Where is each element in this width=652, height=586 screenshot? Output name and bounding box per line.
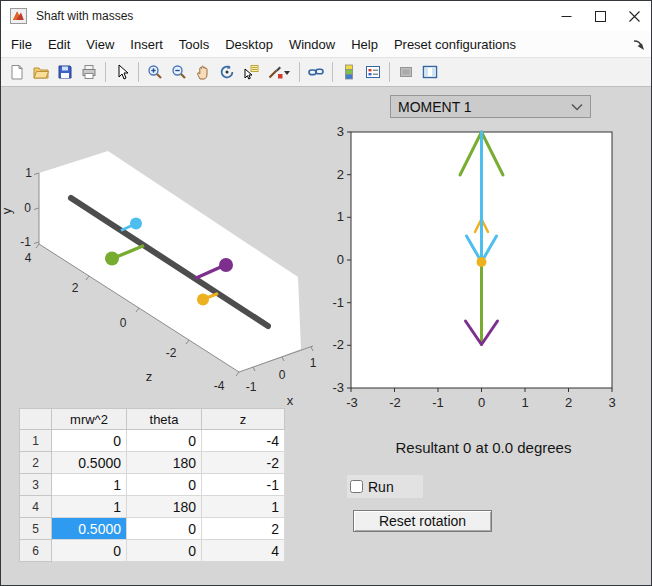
hide-plot-tools-icon xyxy=(398,64,414,80)
cell-mrw2-selected[interactable]: 0.5000 xyxy=(52,518,127,540)
y-tick-label: 1 xyxy=(25,166,32,180)
insert-legend-button[interactable] xyxy=(361,60,385,84)
run-checkbox[interactable] xyxy=(350,480,363,493)
shaft-3d-plot[interactable]: 1 0 -1 y 4 2 0 -2 -4 z -1 0 1 x xyxy=(1,121,341,421)
menu-desktop[interactable]: Desktop xyxy=(217,33,281,56)
z-tick-label: -4 xyxy=(214,379,225,393)
open-file-button[interactable] xyxy=(29,60,53,84)
preset-dropdown-value: MOMENT 1 xyxy=(398,99,472,115)
hide-plot-tools-button[interactable] xyxy=(394,60,418,84)
legend-icon xyxy=(365,64,381,80)
save-figure-icon xyxy=(57,64,73,80)
menu-window[interactable]: Window xyxy=(281,33,343,56)
insert-colorbar-button[interactable] xyxy=(337,60,361,84)
menu-tools[interactable]: Tools xyxy=(171,33,217,56)
new-figure-icon xyxy=(9,64,25,80)
zoom-in-icon xyxy=(147,64,163,80)
pan-button[interactable] xyxy=(191,60,215,84)
new-figure-button[interactable] xyxy=(5,60,29,84)
row-number: 4 xyxy=(20,496,52,518)
zoom-out-button[interactable] xyxy=(167,60,191,84)
y-tick-label: 3 xyxy=(337,124,344,139)
table-row: 1 0 0 -4 xyxy=(20,430,285,452)
cell-z[interactable]: -4 xyxy=(202,430,285,452)
cell-z[interactable]: 4 xyxy=(202,540,285,562)
save-figure-button[interactable] xyxy=(53,60,77,84)
data-cursor-button[interactable] xyxy=(239,60,263,84)
data-cursor-icon xyxy=(243,64,259,80)
close-button[interactable] xyxy=(617,1,651,31)
minimize-button[interactable] xyxy=(549,1,583,31)
print-button[interactable] xyxy=(77,60,101,84)
link-plot-button[interactable] xyxy=(304,60,328,84)
menu-help[interactable]: Help xyxy=(343,33,386,56)
z-tick-label: 4 xyxy=(25,251,32,265)
cell-theta[interactable]: 0 xyxy=(127,518,202,540)
window-title: Shaft with masses xyxy=(36,9,133,23)
table-row: 2 0.5000 180 -2 xyxy=(20,452,285,474)
column-header-mrw2[interactable]: mrw^2 xyxy=(52,409,127,430)
print-icon xyxy=(81,64,97,80)
x-tick-label: -2 xyxy=(389,395,401,410)
cell-theta[interactable]: 0 xyxy=(127,540,202,562)
column-header-z[interactable]: z xyxy=(202,409,285,430)
preset-dropdown[interactable]: MOMENT 1 xyxy=(390,95,591,118)
resultant-text: Resultant 0 at 0.0 degrees xyxy=(351,439,616,456)
x-tick-label: 1 xyxy=(521,395,528,410)
x-tick-label: -1 xyxy=(432,395,444,410)
cell-z[interactable]: -2 xyxy=(202,452,285,474)
brush-data-button[interactable] xyxy=(263,60,295,84)
toolbar-separator xyxy=(389,62,390,82)
y-ticks xyxy=(347,132,351,388)
run-checkbox-label: Run xyxy=(368,479,394,495)
cell-z[interactable]: 2 xyxy=(202,518,285,540)
y-tick-label: 0 xyxy=(24,201,31,215)
cell-theta[interactable]: 180 xyxy=(127,496,202,518)
cell-theta[interactable]: 0 xyxy=(127,430,202,452)
table-header-row: mrw^2 theta z xyxy=(20,409,285,430)
show-plot-tools-button[interactable] xyxy=(418,60,442,84)
dock-figure-icon[interactable] xyxy=(632,38,645,51)
mass-dot-yellow xyxy=(197,294,209,306)
cell-mrw2[interactable]: 1 xyxy=(52,474,127,496)
open-file-icon xyxy=(33,64,49,80)
toolbar-separator xyxy=(138,62,139,82)
menu-preset-configurations[interactable]: Preset configurations xyxy=(386,33,524,56)
menu-insert[interactable]: Insert xyxy=(122,33,171,56)
column-header-theta[interactable]: theta xyxy=(127,409,202,430)
cell-theta[interactable]: 180 xyxy=(127,452,202,474)
row-number: 1 xyxy=(20,430,52,452)
edit-plot-button[interactable] xyxy=(110,60,134,84)
moment-plot: -3 -2 -1 0 1 2 3 3 2 1 0 -1 -2 -3 xyxy=(327,121,652,421)
x-tick-label: 1 xyxy=(310,356,317,370)
cell-z[interactable]: 1 xyxy=(202,496,285,518)
rotate-3d-icon xyxy=(219,64,235,80)
cell-theta[interactable]: 0 xyxy=(127,474,202,496)
menu-file[interactable]: File xyxy=(3,33,40,56)
zoom-in-button[interactable] xyxy=(143,60,167,84)
menu-bar: File Edit View Insert Tools Desktop Wind… xyxy=(1,31,651,57)
reset-rotation-button[interactable]: Reset rotation xyxy=(353,510,492,532)
cell-mrw2[interactable]: 0.5000 xyxy=(52,452,127,474)
y-tick-label: 1 xyxy=(337,209,344,224)
menu-view[interactable]: View xyxy=(78,33,122,56)
cell-mrw2[interactable]: 0 xyxy=(52,430,127,452)
y-tick-label: -2 xyxy=(332,337,344,352)
cell-mrw2[interactable]: 1 xyxy=(52,496,127,518)
z-tick-label: 0 xyxy=(120,316,127,330)
edit-plot-icon xyxy=(114,64,130,80)
table-row: 4 1 180 1 xyxy=(20,496,285,518)
x-ticks xyxy=(351,388,612,392)
cell-mrw2[interactable]: 0 xyxy=(52,540,127,562)
z-tick-label: -2 xyxy=(166,346,177,360)
menu-edit[interactable]: Edit xyxy=(40,33,78,56)
table-row: 5 0.5000 0 2 xyxy=(20,518,285,540)
z-axis-label: z xyxy=(146,369,153,384)
cell-z[interactable]: -1 xyxy=(202,474,285,496)
brush-icon xyxy=(267,64,283,80)
maximize-button[interactable] xyxy=(583,1,617,31)
rotate-3d-button[interactable] xyxy=(215,60,239,84)
matlab-app-icon xyxy=(10,8,27,24)
y-tick-label: -3 xyxy=(332,380,344,395)
mass-table: mrw^2 theta z 1 0 0 -4 2 0.5000 180 -2 3… xyxy=(19,408,285,562)
